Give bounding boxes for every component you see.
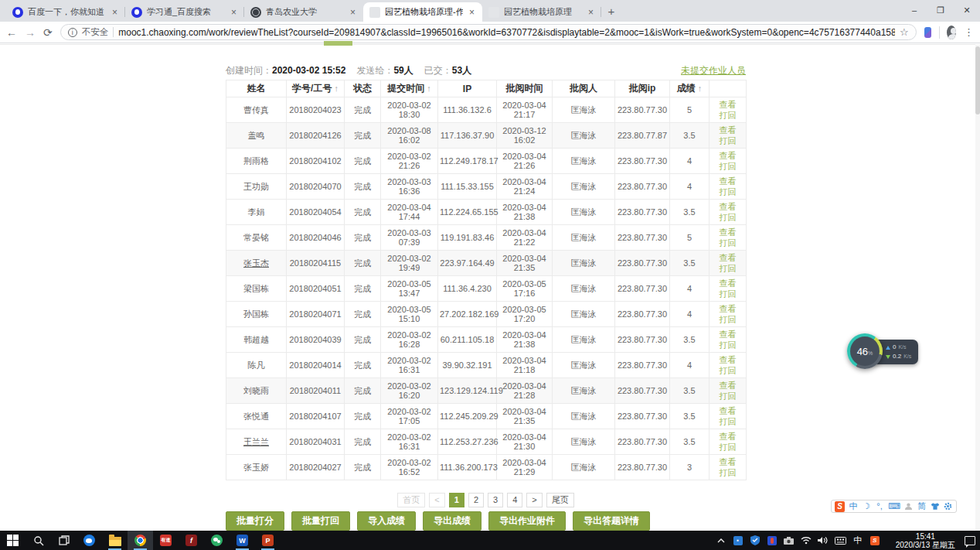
fullwidth-moon-icon[interactable]: ☽ [862, 501, 871, 512]
profile-avatar[interactable] [947, 26, 956, 39]
return-link[interactable]: 打回 [711, 263, 744, 274]
chinese-mode-icon[interactable]: 中 [849, 501, 858, 512]
name-value[interactable]: 王兰兰 [243, 437, 269, 446]
return-link[interactable]: 打回 [711, 314, 744, 325]
return-link[interactable]: 打回 [711, 340, 744, 350]
return-link[interactable]: 打回 [711, 186, 744, 197]
pagination-page-4[interactable]: 4 [507, 493, 522, 507]
return-link[interactable]: 打回 [711, 237, 744, 248]
view-link[interactable]: 查看 [711, 150, 744, 161]
wechat-icon[interactable] [204, 531, 230, 550]
youdao-icon[interactable]: 有道 [153, 531, 179, 550]
view-link[interactable]: 查看 [711, 456, 744, 467]
pagination-page-3[interactable]: 3 [488, 493, 503, 507]
word-icon[interactable]: W [230, 531, 255, 550]
pagination-next[interactable]: > [526, 493, 542, 507]
view-link[interactable]: 查看 [711, 329, 744, 340]
tab-close-icon[interactable]: × [468, 7, 476, 18]
batch-button[interactable]: 批量打回 [291, 511, 350, 531]
simplified-icon[interactable]: 简 [917, 501, 927, 512]
start-button[interactable] [0, 531, 26, 550]
page-scrollbar[interactable] [975, 44, 980, 531]
browser-tab[interactable]: 学习通_百度搜索× [125, 2, 244, 22]
column-header-sortable[interactable]: 成绩↑ [670, 80, 709, 97]
batch-button[interactable]: 导出答题详情 [573, 511, 650, 531]
browser-menu-icon[interactable]: ⋮ [964, 26, 974, 38]
view-link[interactable]: 查看 [711, 252, 744, 263]
pagination-page-1[interactable]: 1 [449, 493, 464, 507]
sogou-logo-icon[interactable]: S [835, 501, 845, 512]
powerpoint-icon[interactable]: P [255, 531, 281, 550]
column-header-sortable[interactable]: 学号/工号↑ [287, 80, 345, 97]
return-link[interactable]: 打回 [711, 161, 744, 172]
browser-tab[interactable]: 青岛农业大学× [244, 2, 363, 22]
view-link[interactable]: 查看 [711, 99, 744, 110]
return-link[interactable]: 打回 [711, 391, 744, 401]
sort-asc-icon[interactable]: ↑ [698, 84, 703, 93]
minimize-button[interactable]: – [901, 0, 927, 22]
tab-close-icon[interactable]: × [230, 7, 238, 18]
return-link[interactable]: 打回 [711, 135, 744, 146]
skin-icon[interactable] [931, 501, 940, 512]
view-link[interactable]: 查看 [711, 405, 744, 416]
touch-keyboard-icon[interactable] [835, 535, 846, 547]
chrome-icon[interactable] [128, 531, 153, 550]
pagination-first[interactable]: 首页 [397, 493, 425, 507]
soft-keyboard-icon[interactable]: ⌨ [888, 501, 900, 512]
browser-360-icon[interactable] [77, 531, 102, 550]
view-link[interactable]: 查看 [711, 354, 744, 365]
settings-gear-icon[interactable] [944, 501, 953, 512]
batch-button[interactable]: 导入成绩 [357, 511, 416, 531]
browser-tab[interactable]: 园艺植物栽培原理-作业× [363, 2, 482, 22]
view-link[interactable]: 查看 [711, 303, 744, 314]
view-link[interactable]: 查看 [711, 125, 744, 135]
return-link[interactable]: 打回 [711, 289, 744, 299]
speed-monitor-widget[interactable]: 0K/s 0.2K/s 46% [847, 333, 918, 371]
name-value[interactable]: 张玉杰 [243, 258, 269, 268]
view-link[interactable]: 查看 [711, 380, 744, 391]
view-link[interactable]: 查看 [711, 278, 744, 289]
scrollbar-thumb[interactable] [975, 46, 980, 114]
view-link[interactable]: 查看 [711, 431, 744, 442]
flash-player-icon[interactable]: f [179, 531, 204, 550]
column-header-sortable[interactable]: 提交时间↑ [381, 80, 438, 97]
page-info-icon[interactable]: i [68, 28, 77, 37]
view-link[interactable]: 查看 [711, 176, 744, 186]
batch-button[interactable]: 批量打分 [226, 511, 284, 531]
reload-icon[interactable]: ⟳ [43, 26, 53, 39]
volume-icon[interactable] [818, 535, 829, 547]
browser-tab[interactable]: 百度一下，你就知道× [6, 2, 125, 22]
batch-button[interactable]: 导出作业附件 [488, 511, 566, 531]
new-tab-button[interactable]: + [601, 2, 621, 22]
pagination-page-2[interactable]: 2 [468, 493, 484, 507]
pagination-last[interactable]: 尾页 [546, 493, 574, 507]
batch-button[interactable]: 导出成绩 [423, 511, 481, 531]
url-text[interactable]: mooc1.chaoxing.com/work/reviewTheList?co… [118, 27, 895, 38]
task-view-button[interactable] [51, 531, 77, 550]
back-icon[interactable]: ← [6, 26, 17, 39]
file-explorer-icon[interactable] [102, 531, 128, 550]
action-center-icon[interactable] [965, 536, 975, 545]
bookmark-star-icon[interactable]: ☆ [900, 26, 909, 38]
ime-indicator[interactable]: 中 [852, 535, 863, 547]
usb-device-icon[interactable]: ▪ [733, 535, 744, 547]
tray-expand-icon[interactable] [716, 535, 726, 547]
return-link[interactable]: 打回 [711, 212, 744, 223]
return-link[interactable]: 打回 [711, 110, 744, 121]
return-link[interactable]: 打回 [711, 416, 744, 427]
maximize-button[interactable]: ❐ [927, 0, 954, 22]
pagination-prev[interactable]: < [429, 493, 444, 507]
memory-gauge[interactable]: 46% [847, 333, 883, 369]
taskbar-search[interactable] [26, 531, 51, 550]
sogou-tray-icon[interactable]: S [869, 535, 880, 547]
view-link[interactable]: 查看 [711, 201, 744, 212]
punctuation-icon[interactable]: °, [875, 501, 884, 512]
tab-close-icon[interactable]: × [111, 7, 119, 18]
close-button[interactable]: ✕ [954, 0, 980, 22]
scanner-icon[interactable] [784, 535, 795, 547]
wifi-icon[interactable] [801, 535, 812, 547]
unsubmitted-students-link[interactable]: 未提交作业人员 [681, 64, 746, 77]
tab-close-icon[interactable]: × [587, 7, 595, 18]
extension-icon[interactable] [924, 27, 931, 38]
address-bar[interactable]: i 不安全 mooc1.chaoxing.com/work/reviewTheL… [60, 24, 917, 40]
